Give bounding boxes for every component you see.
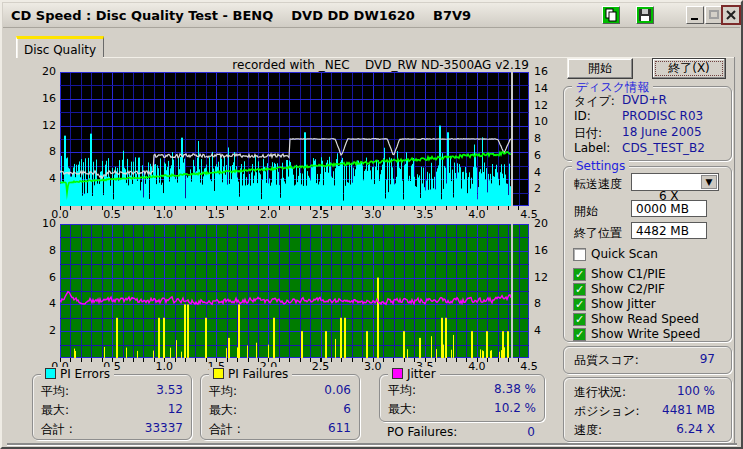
pi-errors-panel: PI Errors 平均: 3.53 最大: 12 合計 : 33337 [32, 374, 192, 440]
maximize-icon [708, 9, 720, 21]
x-tick-label: 2.0 [256, 209, 280, 221]
y-right-tick-label: 8 [534, 133, 556, 145]
pi-errors-avg: 3.53 [113, 383, 183, 397]
max-label: 最大: [209, 402, 237, 419]
checkbox-label: Show C1/PIE [591, 267, 666, 281]
po-failures-value: 0 [465, 425, 535, 439]
copy-button[interactable] [602, 6, 620, 24]
speed-combobox[interactable]: 6 X ▼ [631, 173, 719, 191]
y-right-tick-label: 14 [534, 83, 556, 95]
progress-value: 100 % [635, 384, 715, 398]
position-label: ポジション: [574, 403, 639, 420]
quality-score-label: 品質スコア: [574, 352, 639, 369]
disc-date-label: 日付: [574, 125, 602, 142]
checkbox-label: Show Jitter [591, 297, 656, 311]
y-left-tick-label: 8 [30, 245, 56, 257]
tab-label: Disc Quality [24, 43, 96, 57]
window-title: CD Speed : Disc Quality Test - BENQ DVD … [11, 8, 471, 23]
bottom-chart-tick-strip [60, 358, 529, 362]
y-left-tick-label: 4 [30, 173, 56, 185]
pi-failures-max: 6 [281, 402, 351, 416]
x-tick-label: 1.5 [204, 209, 228, 221]
minimize-icon [689, 9, 701, 21]
y-right-tick-label: 6 [534, 150, 556, 162]
jitter-swatch [392, 368, 403, 379]
y-right-tick-label: 12 [534, 272, 556, 284]
start-button[interactable]: 開始 [567, 58, 633, 79]
checkbox-box[interactable] [573, 283, 586, 296]
show-write-speed-checkbox[interactable]: Show Write Speed [573, 327, 700, 341]
checkbox-label: Quick Scan [591, 247, 658, 261]
y-left-tick-label: 20 [30, 66, 56, 78]
show-jitter-checkbox[interactable]: Show Jitter [573, 297, 656, 311]
end-position-input[interactable]: 4482 MB [631, 222, 707, 239]
y-right-tick-label: 8 [534, 298, 556, 310]
x-tick-label: 1.0 [152, 209, 176, 221]
y-right-tick-label: 20 [534, 218, 556, 230]
y-right-tick-label: 4 [534, 167, 556, 179]
pi-failures-panel: PI Failures 平均: 0.06 最大: 6 合計 : 611 [200, 374, 360, 440]
show-read-speed-checkbox[interactable]: Show Read Speed [573, 312, 699, 326]
exit-button[interactable]: 終了(X) [652, 58, 726, 79]
y-right-tick-label: 12 [534, 100, 556, 112]
progress-group: 進行状況: 100 % ポジション: 4481 MB 速度: 6.24 X [563, 377, 732, 442]
avg-label: 平均: [388, 382, 416, 399]
pi-failures-jitter-chart [60, 224, 529, 358]
checkbox-box[interactable] [573, 248, 586, 261]
save-button[interactable] [636, 6, 654, 24]
max-label: 最大: [388, 401, 416, 418]
save-icon [638, 8, 652, 22]
x-tick-label: 3.0 [361, 361, 385, 373]
pi-errors-max: 12 [113, 402, 183, 416]
progress-label: 進行状況: [574, 384, 626, 401]
avg-label: 平均: [209, 383, 237, 400]
quality-score-group: 品質スコア: 97 [563, 346, 732, 374]
pi-errors-swatch [45, 368, 56, 379]
disc-info-group: ディスク情報 タイプ: DVD+R ID: PRODISC R03 日付: 18… [563, 86, 732, 161]
y-left-tick-label: 4 [30, 298, 56, 310]
total-label: 合計 : [209, 421, 241, 438]
close-button[interactable] [721, 5, 741, 25]
disc-id-value: PRODISC R03 [622, 109, 703, 123]
checkbox-label: Show Write Speed [591, 327, 700, 341]
checkbox-box[interactable] [573, 298, 586, 311]
minimize-button[interactable] [686, 6, 704, 24]
y-right-tick-label: 4 [534, 325, 556, 337]
start-position-label: 開始 [574, 203, 598, 220]
disc-id-label: ID: [574, 109, 591, 123]
chevron-down-icon[interactable]: ▼ [701, 175, 717, 189]
checkbox-box[interactable] [573, 313, 586, 326]
top-chart-tick-strip [60, 206, 529, 210]
start-position-input[interactable]: 0000 MB [631, 200, 707, 217]
tab-disc-quality[interactable]: Disc Quality [16, 36, 104, 58]
y-left-tick-label: 16 [30, 93, 56, 105]
checkbox-box[interactable] [573, 268, 586, 281]
settings-caption: Settings [572, 159, 629, 173]
pi-failures-swatch [213, 368, 224, 379]
y-left-tick-label: 2 [30, 325, 56, 337]
quick-scan-checkbox[interactable]: Quick Scan [573, 247, 658, 261]
y-left-tick-label: 10 [30, 218, 56, 230]
jitter-avg: 8.38 % [466, 382, 536, 396]
y-left-tick-label: 6 [30, 272, 56, 284]
title-bar[interactable]: CD Speed : Disc Quality Test - BENQ DVD … [3, 3, 740, 28]
x-tick-label: 4.0 [465, 361, 489, 373]
x-tick-label: 3.5 [413, 209, 437, 221]
disc-label-label: Label: [574, 141, 610, 155]
tab-page-right-edge [734, 57, 736, 444]
total-label: 合計 : [41, 421, 73, 438]
show-c2-pif-checkbox[interactable]: Show C2/PIF [573, 282, 665, 296]
settings-group: Settings 転送速度 6 X ▼ 開始 0000 MB 終了位置 4482… [563, 166, 732, 342]
x-tick-label: 4.5 [517, 361, 541, 373]
avg-label: 平均: [41, 383, 69, 400]
recorded-with-annotation: recorded with _NEC DVD_RW ND-3500AG v2.1… [182, 58, 529, 72]
quality-score-value: 97 [655, 352, 715, 366]
disc-type-value: DVD+R [622, 93, 667, 107]
y-left-tick-label: 12 [30, 120, 56, 132]
checkbox-label: Show C2/PIF [591, 282, 665, 296]
x-tick-label: 0.5 [100, 209, 124, 221]
show-c1-pie-checkbox[interactable]: Show C1/PIE [573, 267, 666, 281]
checkbox-box[interactable] [573, 328, 586, 341]
pi-failures-panel-title: PI Failures [228, 367, 288, 381]
jitter-panel-title: Jitter [407, 367, 436, 381]
